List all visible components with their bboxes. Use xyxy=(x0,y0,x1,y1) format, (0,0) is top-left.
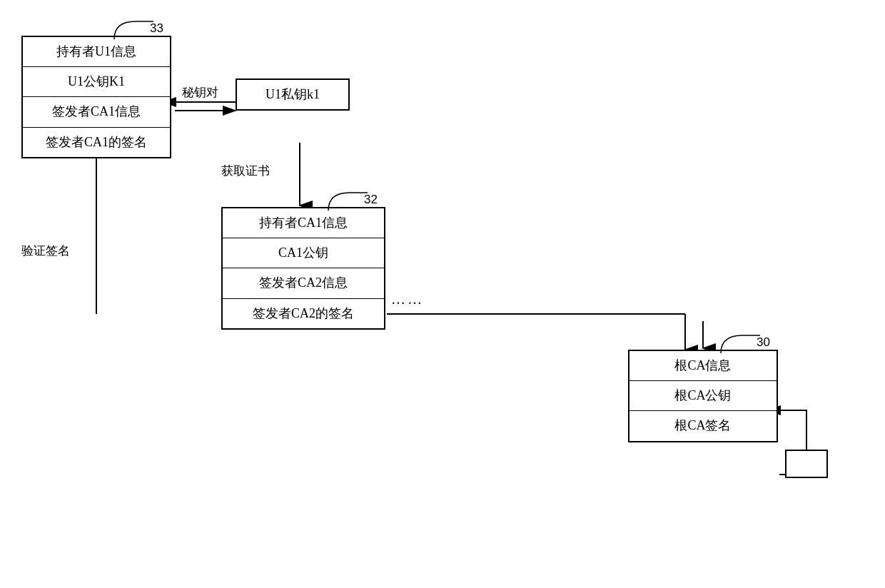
box-u1-cert: 持有者U1信息 U1公钥K1 签发者CA1信息 签发者CA1的签名 xyxy=(21,36,171,158)
bracket-30 xyxy=(714,332,771,360)
bracket-33 xyxy=(107,18,164,46)
root-ca-public-key: 根CA公钥 xyxy=(629,381,777,411)
label-huoquzhengshu: 获取证书 xyxy=(221,163,270,179)
bracket-32 xyxy=(321,189,378,218)
u1-private-key-label: U1私钥k1 xyxy=(237,80,348,109)
label-miyaodui: 秘钥对 xyxy=(182,84,218,101)
box-root-ca: 根CA信息 根CA公钥 根CA签名 xyxy=(628,350,778,442)
u1-issuer-signature: 签发者CA1的签名 xyxy=(23,128,170,157)
u1-issuer-info: 签发者CA1信息 xyxy=(23,97,170,127)
box-root-self xyxy=(785,450,828,478)
ca1-issuer-info: 签发者CA2信息 xyxy=(223,268,384,298)
root-ca-signature: 根CA签名 xyxy=(629,411,777,440)
box-ca1-cert: 持有者CA1信息 CA1公钥 签发者CA2信息 签发者CA2的签名 xyxy=(221,207,385,330)
label-yanzhengqianming: 验证签名 xyxy=(21,243,70,259)
ca1-issuer-signature: 签发者CA2的签名 xyxy=(223,299,384,328)
diagram-container: 持有者U1信息 U1公钥K1 签发者CA1信息 签发者CA1的签名 33 U1私… xyxy=(0,0,885,588)
box-u1-private-key: U1私钥k1 xyxy=(236,78,350,111)
u1-public-key: U1公钥K1 xyxy=(23,67,170,97)
ca1-public-key: CA1公钥 xyxy=(223,238,384,268)
dots-label: …… xyxy=(391,291,424,308)
